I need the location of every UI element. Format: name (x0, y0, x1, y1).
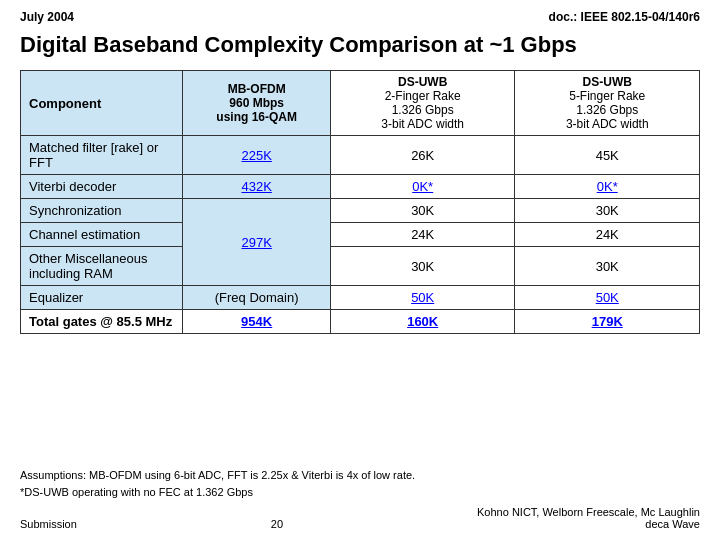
header-left: July 2004 (20, 10, 74, 24)
link-mbofdm-0[interactable]: 225K (241, 148, 271, 163)
cell-component-5: Equalizer (21, 286, 183, 310)
footer-page-number: 20 (271, 518, 283, 530)
cell-total-mbofdm: 954K (183, 310, 331, 334)
cell-dsuwb5-0: 45K (515, 136, 700, 175)
cell-component-3: Channel estimation (21, 223, 183, 247)
table-row: Equalizer (Freq Domain) 50K 50K (21, 286, 700, 310)
table-header-row: Component MB-OFDM960 Mbpsusing 16-QAM DS… (21, 71, 700, 136)
slide-title: Digital Baseband Complexity Comparison a… (20, 32, 700, 58)
cell-dsuwb5-4: 30K (515, 247, 700, 286)
cell-dsuwb2-1: 0K* (330, 175, 515, 199)
footnote: Assumptions: MB-OFDM using 6-bit ADC, FF… (20, 467, 700, 500)
cell-dsuwb5-3: 24K (515, 223, 700, 247)
link-mbofdm-1[interactable]: 432K (241, 179, 271, 194)
link-dsuwb5-5[interactable]: 50K (596, 290, 619, 305)
table-total-row: Total gates @ 85.5 MHz 954K 160K 179K (21, 310, 700, 334)
cell-total-dsuwb2: 160K (330, 310, 515, 334)
cell-total-dsuwb5: 179K (515, 310, 700, 334)
col-header-dsuwb5: DS-UWB5-Finger Rake1.326 Gbps3-bit ADC w… (515, 71, 700, 136)
cell-component-1: Viterbi decoder (21, 175, 183, 199)
cell-component-4: Other Miscellaneousincluding RAM (21, 247, 183, 286)
cell-dsuwb5-5: 50K (515, 286, 700, 310)
footer-bar: Submission 20 Kohno NICT, Welborn Freesc… (20, 506, 700, 530)
table-row: Matched filter [rake] orFFT 225K 26K 45K (21, 136, 700, 175)
cell-dsuwb2-4: 30K (330, 247, 515, 286)
table-row: Other Miscellaneousincluding RAM 30K 30K (21, 247, 700, 286)
cell-mbofdm-1: 432K (183, 175, 331, 199)
table-row: Synchronization 297K 30K 30K (21, 199, 700, 223)
footer-submission: Submission (20, 518, 77, 530)
table-row: Viterbi decoder 432K 0K* 0K* (21, 175, 700, 199)
cell-dsuwb2-5: 50K (330, 286, 515, 310)
col-header-mbofdm: MB-OFDM960 Mbpsusing 16-QAM (183, 71, 331, 136)
cell-dsuwb2-3: 24K (330, 223, 515, 247)
cell-dsuwb5-2: 30K (515, 199, 700, 223)
complexity-table: Component MB-OFDM960 Mbpsusing 16-QAM DS… (20, 70, 700, 459)
link-total-dsuwb2[interactable]: 160K (407, 314, 438, 329)
cell-total-label: Total gates @ 85.5 MHz (21, 310, 183, 334)
cell-mbofdm-0: 225K (183, 136, 331, 175)
col-header-component: Component (21, 71, 183, 136)
cell-mbofdm-5: (Freq Domain) (183, 286, 331, 310)
link-dsuwb2-5[interactable]: 50K (411, 290, 434, 305)
header-right: doc.: IEEE 802.15-04/140r6 (549, 10, 700, 24)
cell-mbofdm-2-4: 297K (183, 199, 331, 286)
footer-authors: Kohno NICT, Welborn Freescale, Mc Laughl… (477, 506, 700, 530)
cell-dsuwb5-1: 0K* (515, 175, 700, 199)
link-mbofdm-2[interactable]: 297K (241, 235, 271, 250)
table-row: Channel estimation 24K 24K (21, 223, 700, 247)
link-total-dsuwb5[interactable]: 179K (592, 314, 623, 329)
link-dsuwb2-1[interactable]: 0K* (412, 179, 433, 194)
cell-component-2: Synchronization (21, 199, 183, 223)
link-dsuwb5-1[interactable]: 0K* (597, 179, 618, 194)
cell-dsuwb2-0: 26K (330, 136, 515, 175)
cell-component-0: Matched filter [rake] orFFT (21, 136, 183, 175)
cell-dsuwb2-2: 30K (330, 199, 515, 223)
col-header-dsuwb2: DS-UWB2-Finger Rake1.326 Gbps3-bit ADC w… (330, 71, 515, 136)
link-total-mbofdm[interactable]: 954K (241, 314, 272, 329)
